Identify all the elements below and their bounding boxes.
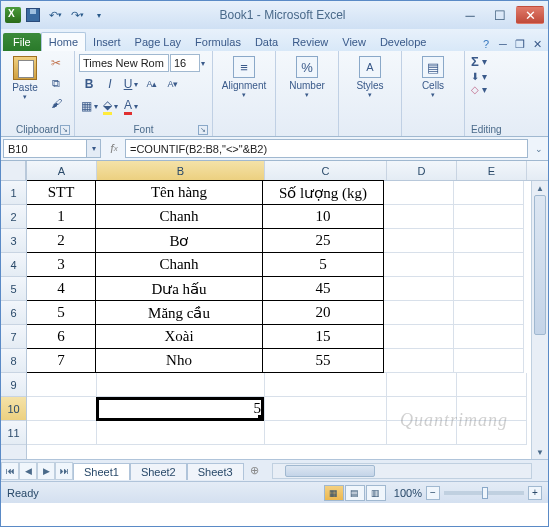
cell[interactable] bbox=[454, 349, 524, 373]
redo-button[interactable]: ↷▾ bbox=[67, 5, 87, 25]
row-header[interactable]: 1 bbox=[1, 181, 26, 205]
autosum-button[interactable]: ▾ bbox=[471, 54, 502, 69]
cell[interactable] bbox=[384, 277, 454, 301]
row-header[interactable]: 6 bbox=[1, 301, 26, 325]
cell[interactable]: Nho bbox=[95, 348, 263, 373]
col-header[interactable]: C bbox=[265, 161, 387, 180]
cell[interactable]: Xoài bbox=[95, 324, 263, 349]
cell[interactable] bbox=[384, 301, 454, 325]
cell[interactable] bbox=[27, 421, 97, 445]
row-header[interactable]: 10 bbox=[1, 397, 26, 421]
undo-button[interactable]: ↶▾ bbox=[45, 5, 65, 25]
font-name-combo[interactable]: Times New Rom bbox=[79, 54, 169, 72]
minimize-button[interactable]: ─ bbox=[456, 6, 484, 24]
row-header[interactable]: 8 bbox=[1, 349, 26, 373]
cell[interactable] bbox=[384, 205, 454, 229]
sheet-tab[interactable]: Sheet2 bbox=[130, 463, 187, 480]
cell[interactable] bbox=[384, 349, 454, 373]
cell[interactable] bbox=[384, 325, 454, 349]
paste-button[interactable]: Paste ▾ bbox=[5, 54, 45, 101]
cell[interactable] bbox=[384, 229, 454, 253]
new-sheet-button[interactable]: ⊕ bbox=[244, 464, 266, 477]
font-dialog-icon[interactable]: ↘ bbox=[198, 125, 208, 135]
hscroll-thumb[interactable] bbox=[285, 465, 375, 477]
doc-close-button[interactable]: ✕ bbox=[530, 38, 544, 51]
formula-expand-icon[interactable]: ⌄ bbox=[530, 137, 548, 160]
cells-area[interactable]: STT Tên hàng Số lượng (kg) 1Chanh10 2Bơ2… bbox=[27, 181, 548, 445]
fill-color-button[interactable]: ⬙ bbox=[100, 96, 120, 116]
cell[interactable]: 10 bbox=[262, 204, 384, 229]
worksheet-grid[interactable]: 1 2 3 4 5 6 7 8 9 10 11 A B C D E STT Tê… bbox=[1, 161, 548, 459]
cell[interactable]: 5 bbox=[27, 300, 96, 325]
cell[interactable]: 7 bbox=[27, 348, 96, 373]
cell[interactable]: Tên hàng bbox=[95, 180, 263, 205]
zoom-in-button[interactable]: + bbox=[528, 486, 542, 500]
cells-button[interactable]: ▤Cells▾ bbox=[406, 54, 460, 99]
row-header[interactable]: 3 bbox=[1, 229, 26, 253]
tab-developer[interactable]: Develope bbox=[373, 33, 433, 51]
cell[interactable]: 55 bbox=[262, 348, 384, 373]
scroll-thumb[interactable] bbox=[534, 195, 546, 335]
vertical-scrollbar[interactable]: ▲ ▼ bbox=[531, 181, 548, 459]
row-header[interactable]: 11 bbox=[1, 421, 26, 445]
maximize-button[interactable]: ☐ bbox=[486, 6, 514, 24]
sheet-tab[interactable]: Sheet1 bbox=[73, 463, 130, 480]
formula-input[interactable]: =COUNTIF(B2:B8,"<>"&B2) bbox=[125, 139, 528, 158]
tab-review[interactable]: Review bbox=[285, 33, 335, 51]
cell[interactable]: 3 bbox=[27, 252, 96, 277]
sheet-nav-last[interactable]: ⏭ bbox=[55, 462, 73, 480]
cell[interactable] bbox=[454, 253, 524, 277]
cell[interactable] bbox=[454, 277, 524, 301]
cell[interactable] bbox=[457, 421, 527, 445]
cell-b10[interactable]: 5 bbox=[97, 397, 265, 421]
zoom-slider[interactable] bbox=[444, 491, 524, 495]
tab-formulas[interactable]: Formulas bbox=[188, 33, 248, 51]
clear-button[interactable]: ▾ bbox=[471, 84, 502, 95]
help-icon[interactable]: ? bbox=[479, 38, 493, 51]
cell[interactable] bbox=[457, 373, 527, 397]
row-header[interactable]: 7 bbox=[1, 325, 26, 349]
cell[interactable] bbox=[97, 421, 265, 445]
col-header[interactable]: A bbox=[27, 161, 97, 180]
cell[interactable] bbox=[265, 397, 387, 421]
bold-button[interactable]: B bbox=[79, 74, 99, 94]
scroll-up-icon[interactable]: ▲ bbox=[532, 181, 548, 195]
shrink-font-button[interactable]: A▾ bbox=[163, 74, 183, 94]
cell[interactable] bbox=[454, 301, 524, 325]
cell[interactable] bbox=[27, 397, 97, 421]
cell[interactable]: Măng cầu bbox=[95, 300, 263, 325]
cell[interactable]: Dưa hấu bbox=[95, 276, 263, 301]
cell[interactable] bbox=[454, 205, 524, 229]
cell[interactable] bbox=[387, 373, 457, 397]
cell[interactable] bbox=[387, 397, 457, 421]
normal-view-button[interactable]: ▦ bbox=[324, 485, 344, 501]
cell[interactable] bbox=[27, 373, 97, 397]
tab-insert[interactable]: Insert bbox=[86, 33, 128, 51]
grow-font-button[interactable]: A▴ bbox=[142, 74, 162, 94]
cell[interactable]: Chanh bbox=[95, 204, 263, 229]
doc-minimize-button[interactable]: ─ bbox=[496, 38, 510, 51]
tab-page-layout[interactable]: Page Lay bbox=[128, 33, 188, 51]
font-color-button[interactable]: A bbox=[121, 96, 141, 116]
cell[interactable] bbox=[457, 397, 527, 421]
clipboard-dialog-icon[interactable]: ↘ bbox=[60, 125, 70, 135]
page-layout-view-button[interactable]: ▤ bbox=[345, 485, 365, 501]
qat-customize[interactable]: ▾ bbox=[89, 5, 109, 25]
scroll-down-icon[interactable]: ▼ bbox=[532, 445, 548, 459]
row-header[interactable]: 2 bbox=[1, 205, 26, 229]
styles-button[interactable]: AStyles▾ bbox=[343, 54, 397, 99]
italic-button[interactable]: I bbox=[100, 74, 120, 94]
cell[interactable] bbox=[454, 325, 524, 349]
cell[interactable]: Số lượng (kg) bbox=[262, 180, 384, 205]
zoom-level[interactable]: 100% bbox=[394, 487, 422, 499]
row-header[interactable]: 9 bbox=[1, 373, 26, 397]
zoom-knob[interactable] bbox=[482, 487, 488, 499]
format-painter-button[interactable] bbox=[47, 94, 65, 112]
cell[interactable] bbox=[384, 181, 454, 205]
sheet-tab[interactable]: Sheet3 bbox=[187, 463, 244, 480]
select-all-corner[interactable] bbox=[1, 161, 26, 181]
cell[interactable]: 1 bbox=[27, 204, 96, 229]
cell[interactable]: Chanh bbox=[95, 252, 263, 277]
name-box-dropdown-icon[interactable]: ▾ bbox=[86, 140, 100, 157]
cell[interactable]: STT bbox=[27, 180, 96, 205]
